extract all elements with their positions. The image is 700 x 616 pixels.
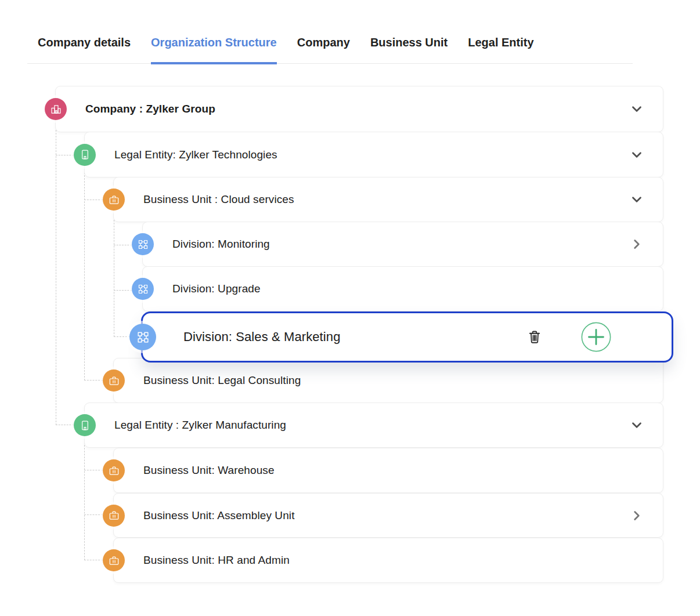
trash-icon[interactable] bbox=[526, 329, 543, 345]
plus-circle-icon[interactable] bbox=[581, 322, 611, 352]
tree-row-label: Business Unit: Assembley Unit bbox=[143, 494, 295, 537]
network-icon bbox=[132, 233, 154, 255]
network-icon bbox=[132, 278, 154, 300]
tree-row-label: Business Unit: HR and Admin bbox=[143, 538, 290, 582]
network-icon bbox=[129, 324, 156, 350]
tree-row-label: Division: Upgrade bbox=[172, 267, 261, 311]
chevron-right-icon[interactable] bbox=[629, 508, 644, 523]
tree-connector bbox=[114, 290, 132, 291]
tree-row-label: Business Unit : Cloud services bbox=[143, 177, 294, 222]
tree-row-division-monitoring[interactable]: Division: Monitoring bbox=[142, 222, 663, 267]
tree-row-label: Division: Monitoring bbox=[172, 222, 270, 266]
tree-row-label: Legal Entity : Zylker Manufacturing bbox=[114, 403, 286, 447]
tab-organization-structure[interactable]: Organization Structure bbox=[151, 28, 277, 64]
tab-business-unit[interactable]: Business Unit bbox=[370, 28, 448, 64]
tree-connector bbox=[84, 560, 103, 560]
tree-connector bbox=[56, 124, 56, 425]
tab-company[interactable]: Company bbox=[297, 28, 350, 64]
tree-row-label: Legal Entity: Zylker Technologies bbox=[114, 132, 277, 177]
tree-connector bbox=[114, 214, 114, 337]
chevron-down-icon[interactable] bbox=[629, 418, 644, 433]
tree-row-bu-cloud-services[interactable]: Business Unit : Cloud services bbox=[113, 177, 663, 222]
tree-connector bbox=[114, 336, 130, 337]
tree-row-label: Business Unit: Legal Consulting bbox=[143, 358, 301, 403]
tree-connector bbox=[84, 439, 85, 560]
tree-connector bbox=[56, 425, 74, 425]
chevron-down-icon[interactable] bbox=[629, 147, 644, 162]
tree-connector bbox=[84, 470, 103, 470]
briefcase-icon bbox=[103, 549, 125, 571]
tree-row-bu-warehouse[interactable]: Business Unit: Warehouse bbox=[113, 448, 663, 493]
tab-company-details[interactable]: Company details bbox=[38, 28, 131, 64]
briefcase-icon bbox=[103, 369, 125, 392]
tree-connector bbox=[84, 200, 103, 200]
chevron-down-icon[interactable] bbox=[629, 192, 644, 207]
tree-row-division-upgrade[interactable]: Division: Upgrade bbox=[142, 266, 663, 311]
tree-row-bu-legal-consulting[interactable]: Business Unit: Legal Consulting bbox=[113, 358, 663, 403]
tree-connector bbox=[84, 169, 85, 381]
tree-row-label: Division: Sales & Marketing bbox=[183, 313, 340, 361]
tree-connector bbox=[56, 155, 74, 155]
chevron-down-icon[interactable] bbox=[629, 102, 644, 117]
briefcase-icon bbox=[103, 459, 125, 481]
building-icon bbox=[74, 414, 96, 436]
tree-row-legal-entity-manufacturing[interactable]: Legal Entity : Zylker Manufacturing bbox=[84, 403, 663, 448]
tree-connector bbox=[114, 245, 132, 245]
briefcase-icon bbox=[103, 189, 125, 211]
tree-connector bbox=[84, 380, 103, 381]
tree-row-company[interactable]: Company : Zylker Group bbox=[55, 86, 663, 132]
company-buildings-icon bbox=[45, 98, 67, 120]
tree-row-legal-entity-technologies[interactable]: Legal Entity: Zylker Technologies bbox=[84, 132, 663, 177]
tree-row-division-sales-marketing-selected[interactable]: Division: Sales & Marketing bbox=[141, 311, 673, 363]
building-icon bbox=[74, 144, 96, 166]
tree-row-bu-hr-and-admin[interactable]: Business Unit: HR and Admin bbox=[113, 538, 663, 583]
tree-connector bbox=[84, 514, 103, 515]
tree-row-bu-assembley-unit[interactable]: Business Unit: Assembley Unit bbox=[113, 493, 663, 538]
tab-legal-entity[interactable]: Legal Entity bbox=[468, 28, 533, 64]
tree-row-label: Business Unit: Warehouse bbox=[143, 448, 275, 492]
tab-bar: Company details Organization Structure C… bbox=[27, 28, 633, 64]
chevron-right-icon[interactable] bbox=[629, 237, 644, 252]
briefcase-icon bbox=[103, 505, 125, 527]
tree-row-label: Company : Zylker Group bbox=[85, 86, 215, 132]
